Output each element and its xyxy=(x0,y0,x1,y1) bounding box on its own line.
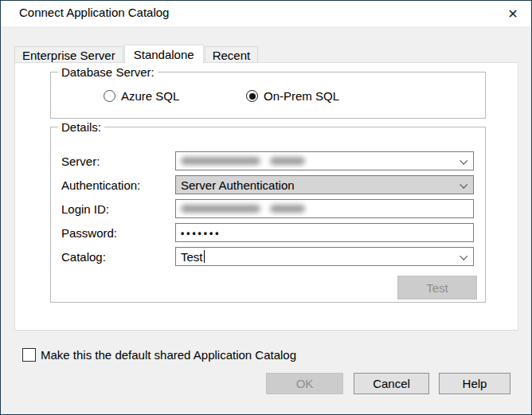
redacted-server-value xyxy=(270,157,305,165)
radio-icon xyxy=(104,90,115,102)
chevron-down-icon[interactable] xyxy=(460,181,467,189)
radio-on-prem-sql[interactable]: On-Prem SQL xyxy=(246,89,339,103)
catalog-row: Catalog: Test xyxy=(61,247,474,266)
authentication-row: Authentication: Server Authentication xyxy=(61,175,474,194)
password-row: Password: ••••••• xyxy=(61,223,474,242)
radio-label: On-Prem SQL xyxy=(264,89,339,103)
cancel-button-label: Cancel xyxy=(373,377,410,390)
tab-label: Standalone xyxy=(134,48,194,61)
close-icon: ✕ xyxy=(507,6,518,22)
tab-label: Enterprise Server xyxy=(22,49,115,62)
catalog-combobox[interactable]: Test xyxy=(175,247,474,266)
help-button[interactable]: Help xyxy=(439,373,510,394)
chevron-down-icon[interactable] xyxy=(460,253,467,260)
test-button[interactable]: Test xyxy=(397,276,477,300)
login-id-row: Login ID: xyxy=(61,199,474,218)
tab-strip: Enterprise Server Standalone Recent xyxy=(14,44,259,63)
server-label: Server: xyxy=(61,155,175,168)
chevron-down-icon[interactable] xyxy=(460,157,467,165)
authentication-value: Server Authentication xyxy=(181,178,295,192)
password-masked-value: ••••••• xyxy=(181,226,221,239)
redacted-server-value xyxy=(181,157,260,165)
radio-azure-sql[interactable]: Azure SQL xyxy=(104,89,179,103)
catalog-label: Catalog: xyxy=(61,250,175,264)
catalog-value: Test xyxy=(181,250,203,264)
details-group: Details: Server: Authentication: Server … xyxy=(50,127,486,303)
radio-selected-icon xyxy=(246,90,258,102)
database-server-group-label: Database Server: xyxy=(58,65,158,79)
tab-label: Recent xyxy=(213,49,251,62)
ok-button-label: OK xyxy=(296,377,314,390)
details-group-label: Details: xyxy=(58,120,104,134)
tab-enterprise-server[interactable]: Enterprise Server xyxy=(14,46,123,63)
title-bar: Connect Application Catalog ✕ xyxy=(1,1,531,26)
redacted-login-id-value xyxy=(181,205,260,213)
tab-standalone[interactable]: Standalone xyxy=(124,45,204,64)
default-catalog-checkbox-label: Make this the default shared Application… xyxy=(41,348,296,362)
ok-button[interactable]: OK xyxy=(266,373,343,394)
password-input[interactable]: ••••••• xyxy=(175,223,474,242)
redacted-login-id-value xyxy=(270,205,305,213)
tab-recent[interactable]: Recent xyxy=(205,46,259,63)
server-combobox[interactable] xyxy=(175,151,474,170)
default-catalog-checkbox-row[interactable]: Make this the default shared Application… xyxy=(22,348,296,362)
password-label: Password: xyxy=(61,226,175,240)
checkbox-unchecked-icon[interactable] xyxy=(22,348,36,362)
radio-label: Azure SQL xyxy=(121,89,179,103)
dialog-title: Connect Application Catalog xyxy=(19,6,169,19)
text-cursor xyxy=(204,250,205,263)
login-id-label: Login ID: xyxy=(61,202,175,216)
help-button-label: Help xyxy=(463,377,487,390)
connect-application-catalog-dialog: Connect Application Catalog ✕ Enterprise… xyxy=(0,0,532,415)
server-row: Server: xyxy=(61,151,474,170)
standalone-tab-page: Database Server: Azure SQL On-Prem SQL D… xyxy=(14,62,518,331)
login-id-input[interactable] xyxy=(175,199,474,218)
close-button[interactable]: ✕ xyxy=(495,1,531,26)
database-server-group: Database Server: Azure SQL On-Prem SQL xyxy=(50,72,486,119)
cancel-button[interactable]: Cancel xyxy=(354,373,429,394)
authentication-dropdown[interactable]: Server Authentication xyxy=(175,175,474,194)
test-button-label: Test xyxy=(426,281,448,295)
authentication-label: Authentication: xyxy=(61,178,175,192)
